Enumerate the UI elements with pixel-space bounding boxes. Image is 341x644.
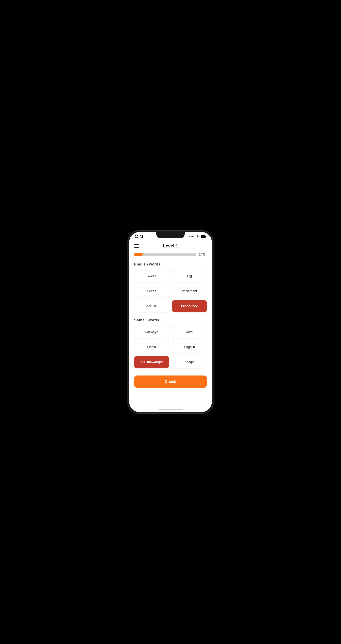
menu-line-2 (134, 246, 139, 246)
somali-word-grid: Dacweyn Miro Qodid Hirgalin Ku Dhawaaqid… (134, 326, 207, 368)
signal-dots-icon (189, 236, 194, 237)
english-word-grid: Sweep Dig Seeds Implement Accuse Pronoun… (134, 270, 207, 312)
svg-rect-0 (201, 236, 206, 238)
app-content: Level 1 14% English words Sweep Dig Seed… (129, 240, 212, 406)
word-btn-ku-dhawaaqid[interactable]: Ku Dhawaaqid (134, 356, 169, 368)
progress-section: 14% (134, 253, 207, 256)
word-btn-dig[interactable]: Dig (172, 270, 207, 282)
screen: 10:42 (129, 232, 212, 412)
svg-rect-1 (206, 236, 206, 237)
phone-frame: 10:42 (128, 231, 213, 413)
status-bar: 10:42 (129, 232, 212, 240)
word-btn-accuse[interactable]: Accuse (134, 300, 169, 312)
word-btn-dacweyn[interactable]: Dacweyn (134, 326, 169, 338)
word-btn-hirgalin[interactable]: Hirgalin (172, 341, 207, 353)
progress-percent: 14% (199, 253, 207, 256)
home-indicator (129, 406, 212, 412)
word-btn-xaaqid[interactable]: Xaaqid (172, 356, 207, 368)
wifi-icon (196, 235, 200, 238)
word-btn-seeds[interactable]: Seeds (134, 285, 169, 297)
status-time: 10:42 (135, 235, 143, 238)
progress-bar-fill (134, 253, 143, 256)
menu-icon[interactable] (134, 244, 139, 248)
page-title: Level 1 (163, 243, 178, 249)
word-btn-miro[interactable]: Miro (172, 326, 207, 338)
status-icons (189, 235, 206, 238)
progress-bar-track (134, 253, 196, 256)
word-btn-sweep[interactable]: Sweep (134, 270, 169, 282)
word-btn-implement[interactable]: Implement (172, 285, 207, 297)
notch (156, 232, 185, 238)
word-btn-pronounce[interactable]: Pronounce (172, 300, 207, 312)
check-button[interactable]: Check (134, 376, 207, 388)
english-section-title: English words (134, 262, 207, 266)
battery-icon (201, 235, 206, 238)
menu-line-3 (134, 247, 139, 248)
somali-section-title: Somali words (134, 318, 207, 322)
home-bar (158, 409, 183, 410)
word-btn-qodid[interactable]: Qodid (134, 341, 169, 353)
menu-line-1 (134, 244, 139, 245)
header: Level 1 (134, 240, 207, 253)
